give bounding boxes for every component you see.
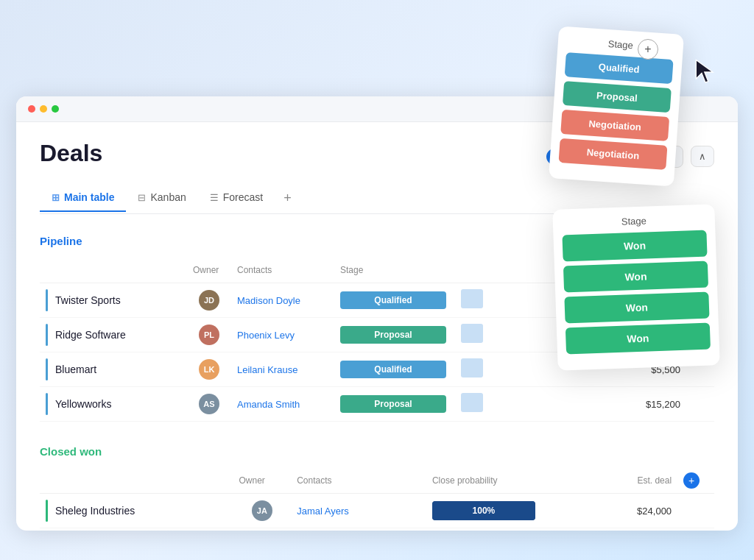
- won-option-1[interactable]: Won: [562, 230, 707, 261]
- collapse-button[interactable]: ∧: [691, 146, 714, 167]
- closed-won-owner-0: JA: [233, 493, 291, 528]
- pipeline-row-add-3: [686, 386, 714, 421]
- closed-won-col-name: [40, 468, 233, 494]
- closed-won-col-est-deal: Est. deal: [581, 468, 677, 494]
- won-option-2[interactable]: Won: [563, 260, 708, 292]
- closed-won-est-deal-0: $24,000: [581, 493, 677, 528]
- closed-won-deal-name-0: Sheleg Industries: [40, 493, 233, 528]
- won-dropdown-header: Stage: [562, 213, 706, 229]
- pipeline-contact-0[interactable]: Madison Doyle: [231, 283, 334, 317]
- pipeline-deal-name-0: Twister Sports: [40, 283, 187, 317]
- tab-kanban[interactable]: ⊟ Kanban: [126, 184, 197, 212]
- closed-won-row-add-1: [677, 528, 714, 531]
- stage-option-qualified[interactable]: Qualified: [565, 52, 674, 84]
- tab-forecast-label: Forecast: [223, 191, 263, 203]
- closed-won-row-add-0: [677, 493, 714, 528]
- closed-won-table: Owner Contacts Close probability Est. de…: [40, 468, 714, 531]
- closed-won-owner-1: EW: [233, 528, 291, 531]
- pipeline-est-deal-3: $15,200: [613, 386, 686, 421]
- closed-won-deal-name-1: Zift Records: [40, 528, 233, 531]
- forecast-icon: ☰: [210, 192, 219, 203]
- stage-option-negotiation-1[interactable]: Negotiation: [560, 109, 669, 141]
- pipeline-deal-name-1: Ridge Software: [40, 317, 187, 352]
- add-column-button[interactable]: +: [638, 39, 658, 60]
- tab-main-table-label: Main table: [64, 191, 114, 203]
- closed-won-add-button[interactable]: +: [683, 472, 700, 489]
- closed-won-row: Sheleg Industries JA Jamal Ayers 100% $2…: [40, 493, 714, 528]
- pipeline-contact-1[interactable]: Phoenix Levy: [231, 317, 334, 352]
- pipeline-col-name: [40, 258, 187, 283]
- pipeline-owner-0: JD: [187, 283, 231, 317]
- pipeline-contact-2[interactable]: Leilani Krause: [231, 352, 334, 386]
- tab-forecast[interactable]: ☰ Forecast: [198, 184, 275, 212]
- closed-won-col-prob: Close probability: [426, 468, 581, 494]
- add-tab-button[interactable]: +: [275, 183, 300, 213]
- pipeline-row: Yellowworks AS Amanda Smith Proposal $15…: [40, 386, 714, 421]
- pipeline-contact-3[interactable]: Amanda Smith: [231, 386, 334, 421]
- stage-dropdown-card: Stage Qualified Proposal Negotiation Neg…: [549, 26, 684, 186]
- won-option-3[interactable]: Won: [564, 291, 709, 323]
- pipeline-col-owner: Owner: [187, 258, 231, 283]
- closed-won-contact-1[interactable]: Elian Warren: [291, 528, 426, 531]
- pipeline-stage-1[interactable]: Proposal: [334, 317, 452, 352]
- page-title: Deals: [40, 140, 102, 167]
- closed-won-col-contacts: Contacts: [291, 468, 426, 494]
- closed-won-section-label: Closed won: [40, 442, 714, 461]
- closed-won-prob-1: 100%: [426, 528, 581, 531]
- pipeline-bar-3: [452, 386, 613, 421]
- pipeline-owner-3: AS: [187, 386, 231, 421]
- pipeline-stage-0[interactable]: Qualified: [334, 283, 452, 317]
- main-table-icon: ⊞: [52, 192, 60, 203]
- outer-container: + Stage Qualified Proposal Negotiation N…: [16, 30, 738, 531]
- pipeline-stage-2[interactable]: Qualified: [334, 352, 452, 386]
- pipeline-stage-3[interactable]: Proposal: [334, 386, 452, 421]
- dot-green: [52, 105, 59, 113]
- pipeline-col-stage: Stage: [334, 258, 452, 283]
- closed-won-est-deal-1: $4,000: [581, 528, 677, 531]
- pipeline-owner-1: PL: [187, 317, 231, 352]
- kanban-icon: ⊟: [138, 192, 146, 203]
- pipeline-col-contacts: Contacts: [231, 258, 334, 283]
- pipeline-deal-name-2: Bluemart: [40, 352, 187, 386]
- dot-red: [28, 105, 35, 113]
- stage-dropdown-header: Stage: [567, 35, 675, 54]
- tab-kanban-label: Kanban: [150, 191, 186, 203]
- pipeline-owner-2: LK: [187, 352, 231, 386]
- dot-yellow: [40, 105, 47, 113]
- stage-option-negotiation-2[interactable]: Negotiation: [558, 138, 667, 169]
- won-dropdown-card: Stage Won Won Won Won: [552, 204, 720, 371]
- tab-main-table[interactable]: ⊞ Main table: [40, 184, 126, 212]
- closed-won-col-owner: Owner: [233, 468, 291, 494]
- closed-won-contact-0[interactable]: Jamal Ayers: [291, 493, 426, 528]
- closed-won-prob-0: 100%: [426, 493, 581, 528]
- stage-option-proposal[interactable]: Proposal: [563, 80, 672, 112]
- closed-won-row: Zift Records EW Elian Warren 100% $4,000: [40, 528, 714, 531]
- won-option-4[interactable]: Won: [566, 322, 711, 354]
- pipeline-deal-name-3: Yellowworks: [40, 386, 187, 421]
